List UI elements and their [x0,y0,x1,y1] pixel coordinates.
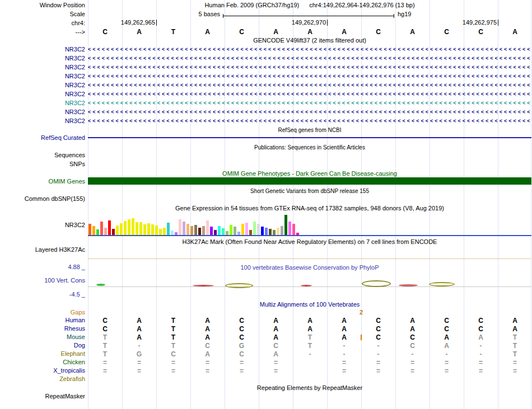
gtex-gene-label[interactable]: NR3C2 [0,222,85,229]
gtex-expression-bar[interactable] [96,229,99,235]
gencode-transcript[interactable]: <<<<<<<<<<<<<<<<<<<<<<<<<<<<<<<<<<<<<<<<… [88,81,531,89]
gtex-expression-bar[interactable] [116,225,119,235]
gencode-track-label[interactable]: NR3C2 [0,109,85,116]
gtex-expression-bar[interactable] [241,224,244,235]
gtex-expression-bar[interactable] [186,224,189,235]
gtex-expression-bar[interactable] [163,228,166,235]
gtex-expression-bar[interactable] [167,223,170,235]
gtex-expression-bar[interactable] [155,225,158,235]
repeatmasker-track-label[interactable]: RepeatMasker [0,393,85,400]
gtex-expression-bar[interactable] [237,232,240,235]
species-label-human[interactable]: Human [0,317,85,324]
gencode-track-label[interactable]: NR3C2 [0,82,85,89]
gtex-expression-bar[interactable] [179,219,181,235]
gencode-track-label[interactable]: NR3C2 [0,55,85,62]
gtex-expression-bar[interactable] [112,229,115,235]
gtex-expression-bar[interactable] [222,228,225,235]
conservation-mark[interactable] [96,284,105,286]
gtex-expression-bar[interactable] [183,222,185,235]
conservation-mark[interactable] [225,283,253,288]
refseq-gene-line[interactable] [88,137,531,138]
gtex-expression-bar[interactable] [108,220,111,235]
gtex-expression-bar[interactable] [175,232,178,235]
gencode-track-label[interactable]: NR3C2 [0,117,85,125]
gencode-transcript[interactable]: <<<<<<<<<<<<<<<<<<<<<<<<<<<<<<<<<<<<<<<<… [88,63,531,71]
gtex-expression-bar[interactable] [143,224,146,235]
dbsnp-track-label[interactable]: Common dbSNP(155) [0,195,85,203]
gtex-expression-bar[interactable] [136,222,138,235]
gencode-transcript[interactable]: <<<<<<<<<<<<<<<<<<<<<<<<<<<<<<<<<<<<<<<<… [88,108,531,116]
gtex-expression-bar[interactable] [139,222,142,235]
gtex-expression-bar[interactable] [230,225,232,235]
gencode-track-label[interactable]: NR3C2 [0,64,85,71]
species-label-rhesus[interactable]: Rhesus [0,325,85,332]
conservation-mark[interactable] [362,280,391,287]
gencode-track-label[interactable]: NR3C2 [0,100,85,107]
gencode-transcript[interactable]: <<<<<<<<<<<<<<<<<<<<<<<<<<<<<<<<<<<<<<<<… [88,72,531,80]
gtex-expression-bar[interactable] [288,222,291,235]
gtex-expression-bar[interactable] [151,224,154,235]
gtex-expression-bar[interactable] [120,223,123,235]
species-label-zebrafish[interactable]: Zebrafish [0,375,85,383]
gencode-transcript[interactable]: <<<<<<<<<<<<<<<<<<<<<<<<<<<<<<<<<<<<<<<<… [88,54,531,62]
gtex-expression-bar[interactable] [249,230,252,235]
gtex-expression-bar[interactable] [124,221,127,235]
alignment-base: A [395,317,430,325]
omim-gene-bar[interactable] [88,177,531,185]
gtex-expression-bar[interactable] [277,228,279,235]
gtex-expression-bar[interactable] [100,222,103,235]
gencode-transcript[interactable]: <<<<<<<<<<<<<<<<<<<<<<<<<<<<<<<<<<<<<<<<… [88,99,531,107]
gtex-expression-bar[interactable] [296,233,299,235]
gtex-expression-bar[interactable] [88,224,91,235]
gtex-expression-bar[interactable] [265,228,268,235]
conservation-mark[interactable] [399,284,418,286]
species-label-mouse[interactable]: Mouse [0,333,85,341]
gtex-expression-bar[interactable] [159,229,162,235]
snps-track-label[interactable]: SNPs [0,161,85,168]
gaps-track-label[interactable]: Gaps [0,309,85,316]
gtex-expression-bar[interactable] [292,224,295,235]
gtex-expression-bar[interactable] [104,228,107,235]
gtex-expression-bar[interactable] [198,228,201,235]
gtex-expression-bar[interactable] [194,225,197,235]
gtex-expression-bar[interactable] [226,231,228,235]
conservation-mark[interactable] [429,282,455,286]
refseq-curated-label[interactable]: RefSeq Curated [0,134,85,142]
gtex-expression-bar[interactable] [281,226,283,235]
gtex-expression-bar[interactable] [206,220,209,235]
gtex-expression-bar[interactable] [147,223,150,235]
conservation-mark[interactable] [193,285,214,286]
gtex-expression-bar[interactable] [171,231,174,235]
gtex-expression-bar[interactable] [253,222,256,235]
conservation-mark[interactable] [301,285,312,286]
species-label-dog[interactable]: Dog [0,342,85,349]
species-label-x_tropicalis[interactable]: X_tropicalis [0,367,85,374]
gtex-expression-bar[interactable] [261,227,264,235]
gencode-transcript[interactable]: <<<<<<<<<<<<<<<<<<<<<<<<<<<<<<<<<<<<<<<<… [88,45,531,53]
gtex-expression-bar[interactable] [273,230,276,235]
species-label-chicken[interactable]: Chicken [0,359,85,366]
gtex-expression-bar[interactable] [128,219,130,235]
gtex-expression-bar[interactable] [284,215,287,235]
gtex-expression-bar[interactable] [214,230,217,235]
gtex-expression-bar[interactable] [257,224,260,235]
gencode-transcript[interactable]: <<<<<<<<<<<<<<<<<<<<<<<<<<<<<<<<<<<<<<<<… [88,90,531,98]
gtex-expression-bar[interactable] [190,226,193,235]
gencode-track-label[interactable]: NR3C2 [0,46,85,53]
gtex-expression-bar[interactable] [269,229,272,235]
gtex-expression-bar[interactable] [234,227,236,235]
gtex-expression-bar[interactable] [210,227,213,235]
species-label-elephant[interactable]: Elephant [0,350,85,358]
gtex-expression-bar[interactable] [202,226,205,235]
gtex-expression-bar[interactable] [132,218,134,235]
gencode-transcript[interactable]: <<<<<<<<<<<<<<<<<<<<<<<<<<<<<<<<<<<<<<<<… [88,117,531,125]
conservation-track-label[interactable]: 100 Vert. Cons [0,277,85,284]
sequences-track-label[interactable]: Sequences [0,152,85,159]
h3k27ac-track-label[interactable]: Layered H3K27Ac [0,246,85,253]
gencode-track-label[interactable]: NR3C2 [0,91,85,98]
gencode-track-label[interactable]: NR3C2 [0,73,85,80]
gtex-expression-bar[interactable] [92,226,95,235]
gtex-expression-bar[interactable] [218,226,221,235]
omim-genes-label[interactable]: OMIM Genes [0,178,85,185]
gtex-expression-bar[interactable] [245,223,248,235]
